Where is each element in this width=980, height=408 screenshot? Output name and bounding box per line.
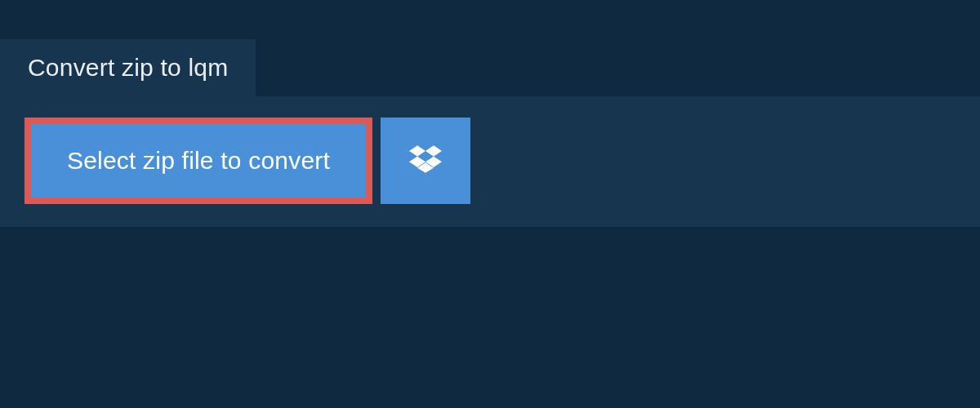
main-panel: Select zip file to convert	[0, 96, 980, 227]
tab-bar: Convert zip to lqm	[0, 0, 980, 96]
dropbox-icon	[409, 143, 442, 179]
dropbox-button[interactable]	[381, 118, 470, 204]
tab-title: Convert zip to lqm	[28, 54, 228, 81]
tab-convert[interactable]: Convert zip to lqm	[0, 39, 256, 96]
select-file-label: Select zip file to convert	[67, 147, 330, 175]
button-row: Select zip file to convert	[24, 118, 956, 204]
select-file-button[interactable]: Select zip file to convert	[24, 118, 372, 204]
